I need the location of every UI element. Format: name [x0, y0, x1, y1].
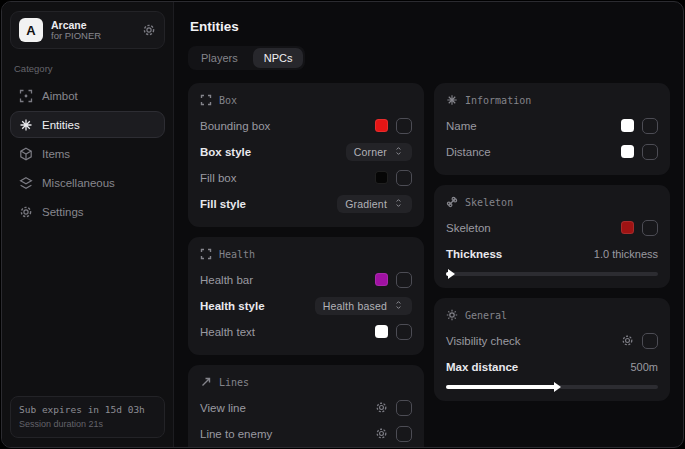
row-label: Health style — [200, 300, 265, 312]
dropdown-value: Gradient — [345, 198, 387, 210]
row-label: Fill box — [200, 172, 236, 184]
color-swatch[interactable] — [375, 119, 388, 132]
row-label: Health text — [200, 326, 255, 338]
row-fill-box: Fill box — [200, 166, 412, 189]
checkbox[interactable] — [396, 118, 412, 134]
card-lines: Lines View line Line to enemy — [188, 365, 424, 447]
row-view-line: View line — [200, 396, 412, 419]
checkbox[interactable] — [396, 400, 412, 416]
card-general: General Visibility check Max distance 50… — [434, 298, 670, 401]
color-swatch[interactable] — [621, 145, 634, 158]
checkbox[interactable] — [396, 324, 412, 340]
checkbox[interactable] — [642, 220, 658, 236]
slider-handle[interactable] — [448, 269, 455, 279]
gear-icon[interactable] — [621, 334, 634, 347]
row-health-bar: Health bar — [200, 268, 412, 291]
color-swatch[interactable] — [621, 221, 634, 234]
crosshair-icon — [19, 89, 33, 103]
tab-bar: Players NPCs — [188, 46, 305, 70]
box-style-dropdown[interactable]: Corner — [346, 143, 412, 161]
color-swatch[interactable] — [621, 119, 634, 132]
row-label: Visibility check — [446, 335, 521, 347]
card-title: Skeleton — [465, 197, 513, 208]
fill-style-dropdown[interactable]: Gradient — [337, 195, 412, 213]
checkbox[interactable] — [396, 170, 412, 186]
row-health-text: Health text — [200, 320, 412, 343]
updown-icon — [394, 300, 404, 311]
sidebar: A Arcane for PIONER Category Aimbot Enti… — [2, 2, 174, 447]
color-swatch[interactable] — [375, 171, 388, 184]
max-distance-slider[interactable] — [446, 385, 658, 389]
card-title: Box — [219, 95, 237, 106]
row-label: Max distance — [446, 361, 518, 373]
row-label: Name — [446, 120, 477, 132]
row-skeleton: Skeleton — [446, 216, 658, 239]
gear-icon[interactable] — [375, 427, 388, 440]
corners-icon — [200, 248, 212, 260]
row-bounding-box: Bounding box — [200, 114, 412, 137]
sidebar-item-label: Entities — [42, 119, 80, 131]
subscription-panel: Sub expires in 15d 03h Session duration … — [10, 396, 165, 438]
sidebar-item-label: Settings — [42, 206, 84, 218]
card-title: Health — [219, 249, 255, 260]
page-title: Entities — [190, 19, 670, 34]
row-visibility-check: Visibility check — [446, 329, 658, 352]
cube-icon — [19, 147, 33, 161]
brand-header: A Arcane for PIONER — [10, 11, 165, 49]
checkbox[interactable] — [396, 426, 412, 442]
tab-players[interactable]: Players — [190, 48, 249, 68]
thickness-slider[interactable] — [446, 272, 658, 276]
updown-icon — [394, 146, 404, 157]
sidebar-item-label: Items — [42, 148, 70, 160]
card-health: Health Health bar Health style Health ba… — [188, 237, 424, 355]
row-name: Name — [446, 114, 658, 137]
brand-subtitle: for PIONER — [51, 31, 134, 42]
checkbox[interactable] — [642, 333, 658, 349]
row-label: Line to enemy — [200, 428, 272, 440]
row-label: Skeleton — [446, 222, 491, 234]
row-label: Box style — [200, 146, 251, 158]
star-icon — [446, 94, 458, 106]
row-label: Thickness — [446, 248, 502, 260]
corners-icon — [200, 94, 212, 106]
row-label: View line — [200, 402, 246, 414]
health-style-dropdown[interactable]: Health based — [315, 297, 412, 315]
slider-handle[interactable] — [554, 382, 561, 392]
sidebar-settings-button[interactable] — [142, 23, 156, 37]
checkbox[interactable] — [642, 144, 658, 160]
sidebar-item-entities[interactable]: Entities — [10, 111, 165, 138]
row-label: Distance — [446, 146, 491, 158]
row-fill-style: Fill style Gradient — [200, 192, 412, 215]
color-swatch[interactable] — [375, 273, 388, 286]
updown-icon — [394, 198, 404, 209]
row-label: Health bar — [200, 274, 253, 286]
row-box-style: Box style Corner — [200, 140, 412, 163]
row-line-to-enemy: Line to enemy — [200, 422, 412, 445]
card-box: Box Bounding box Box style Corner — [188, 83, 424, 227]
sun-icon — [446, 309, 458, 321]
layers-icon — [19, 176, 33, 190]
sidebar-item-items[interactable]: Items — [10, 140, 165, 167]
sidebar-item-miscellaneous[interactable]: Miscellaneous — [10, 169, 165, 196]
entities-icon — [19, 118, 33, 132]
row-label: Fill style — [200, 198, 246, 210]
sidebar-item-aimbot[interactable]: Aimbot — [10, 82, 165, 109]
checkbox[interactable] — [396, 272, 412, 288]
gear-icon[interactable] — [375, 401, 388, 414]
card-title: General — [465, 310, 507, 321]
main-content: Entities Players NPCs Box Bounding box — [174, 2, 683, 447]
tab-npcs[interactable]: NPCs — [253, 48, 304, 68]
slider-value: 500m — [630, 361, 658, 373]
app-window: A Arcane for PIONER Category Aimbot Enti… — [1, 1, 684, 448]
sidebar-item-settings[interactable]: Settings — [10, 198, 165, 225]
sidebar-item-label: Miscellaneous — [42, 177, 115, 189]
sub-expiry-text: Sub expires in 15d 03h — [19, 403, 156, 417]
sidebar-nav: Aimbot Entities Items Miscellaneous Sett… — [10, 82, 165, 225]
brand-logo: A — [19, 18, 43, 42]
card-skeleton: Skeleton Skeleton Thickness 1.0 thicknes… — [434, 185, 670, 288]
color-swatch[interactable] — [375, 325, 388, 338]
checkbox[interactable] — [642, 118, 658, 134]
card-title: Lines — [219, 377, 249, 388]
card-title: Information — [465, 95, 531, 106]
category-label: Category — [14, 63, 161, 74]
